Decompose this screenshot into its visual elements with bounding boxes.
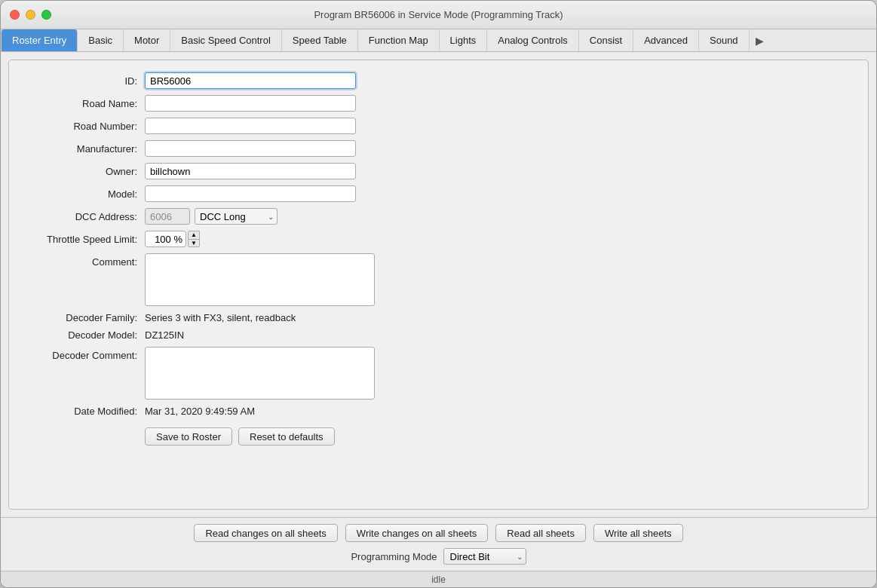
- save-to-roster-button[interactable]: Save to Roster: [145, 427, 232, 446]
- comment-row: Comment:: [24, 253, 853, 306]
- read-changes-all-sheets-button[interactable]: Read changes on all sheets: [194, 524, 337, 542]
- decoder-comment-row: Decoder Comment:: [24, 347, 853, 400]
- model-row: Model:: [24, 185, 853, 202]
- tab-lights[interactable]: Lights: [440, 29, 488, 51]
- throttle-spinner-down[interactable]: ▼: [188, 239, 200, 247]
- tab-function-map[interactable]: Function Map: [358, 29, 440, 51]
- action-buttons-row: Save to Roster Reset to defaults: [24, 423, 853, 446]
- decoder-comment-textarea[interactable]: [145, 347, 375, 400]
- throttle-speed-row: Throttle Speed Limit: ▲ ▼: [24, 231, 853, 247]
- programming-mode-row: Programming Mode Direct Bit Paged Mode D…: [351, 548, 526, 565]
- id-row: ID:: [24, 72, 853, 89]
- programming-mode-label: Programming Mode: [351, 551, 437, 562]
- decoder-family-label: Decoder Family:: [24, 312, 145, 323]
- tab-speed-table[interactable]: Speed Table: [282, 29, 358, 51]
- dcc-address-row: DCC Address: DCC Long DCC Short ⌄: [24, 208, 853, 225]
- date-modified-row: Date Modified: Mar 31, 2020 9:49:59 AM: [24, 406, 853, 417]
- dcc-type-select-wrap: DCC Long DCC Short ⌄: [195, 208, 278, 225]
- traffic-lights: [10, 10, 51, 20]
- action-buttons: Save to Roster Reset to defaults: [145, 427, 335, 446]
- tab-sound[interactable]: Sound: [699, 29, 750, 51]
- tab-basic-speed-control[interactable]: Basic Speed Control: [170, 29, 282, 51]
- programming-mode-select-wrap: Direct Bit Paged Mode Direct Byte Addres…: [443, 548, 526, 565]
- write-changes-all-sheets-button[interactable]: Write changes on all sheets: [345, 524, 488, 542]
- manufacturer-row: Manufacturer:: [24, 140, 853, 157]
- model-input[interactable]: [145, 185, 356, 202]
- tab-analog-controls[interactable]: Analog Controls: [487, 29, 579, 51]
- dcc-address-label: DCC Address:: [24, 211, 145, 222]
- titlebar: Program BR56006 in Service Mode (Program…: [1, 1, 876, 29]
- owner-input[interactable]: [145, 163, 356, 179]
- main-window: Program BR56006 in Service Mode (Program…: [0, 0, 877, 588]
- tabs-more-button[interactable]: ▶: [750, 29, 771, 51]
- manufacturer-input[interactable]: [145, 140, 356, 157]
- decoder-model-label: Decoder Model:: [24, 329, 145, 341]
- comment-label: Comment:: [24, 253, 145, 268]
- owner-label: Owner:: [24, 166, 145, 177]
- minimize-button[interactable]: [26, 10, 35, 20]
- throttle-spinner-up[interactable]: ▲: [188, 231, 200, 239]
- decoder-family-value: Series 3 with FX3, silent, readback: [145, 312, 296, 323]
- tab-consist[interactable]: Consist: [579, 29, 633, 51]
- road-number-row: Road Number:: [24, 118, 853, 134]
- throttle-speed-controls: ▲ ▼: [145, 231, 200, 247]
- reset-to-defaults-button[interactable]: Reset to defaults: [238, 427, 335, 446]
- id-input[interactable]: [145, 72, 356, 89]
- manufacturer-label: Manufacturer:: [24, 143, 145, 155]
- road-number-label: Road Number:: [24, 121, 145, 132]
- bottom-buttons: Read changes on all sheets Write changes…: [194, 524, 682, 542]
- tab-basic[interactable]: Basic: [78, 29, 124, 51]
- content-area: ID: Road Name: Road Number: Manufacturer…: [1, 52, 876, 517]
- decoder-model-value: DZ125IN: [145, 329, 184, 341]
- dcc-address-controls: DCC Long DCC Short ⌄: [145, 208, 278, 225]
- decoder-model-row: Decoder Model: DZ125IN: [24, 329, 853, 341]
- throttle-speed-input[interactable]: [145, 231, 186, 247]
- status-text: idle: [431, 574, 446, 585]
- id-label: ID:: [24, 75, 145, 87]
- form-panel: ID: Road Name: Road Number: Manufacturer…: [8, 60, 869, 510]
- throttle-spinner: ▲ ▼: [188, 231, 200, 247]
- dcc-type-select[interactable]: DCC Long DCC Short: [195, 208, 278, 225]
- owner-row: Owner:: [24, 163, 853, 179]
- read-all-sheets-button[interactable]: Read all sheets: [495, 524, 586, 542]
- tab-advanced[interactable]: Advanced: [633, 29, 699, 51]
- date-modified-value: Mar 31, 2020 9:49:59 AM: [145, 406, 255, 417]
- road-name-input[interactable]: [145, 95, 356, 112]
- model-label: Model:: [24, 188, 145, 200]
- status-bar: idle: [1, 571, 876, 587]
- decoder-comment-label: Decoder Comment:: [24, 347, 145, 361]
- bottom-bar: Read changes on all sheets Write changes…: [1, 517, 876, 571]
- window-title: Program BR56006 in Service Mode (Program…: [314, 9, 563, 20]
- tabs-bar: Roster Entry Basic Motor Basic Speed Con…: [1, 29, 876, 52]
- programming-mode-select[interactable]: Direct Bit Paged Mode Direct Byte Addres…: [443, 548, 526, 565]
- throttle-speed-label: Throttle Speed Limit:: [24, 234, 145, 245]
- maximize-button[interactable]: [41, 10, 51, 20]
- road-name-label: Road Name:: [24, 98, 145, 109]
- tab-roster-entry[interactable]: Roster Entry: [1, 29, 78, 51]
- comment-textarea[interactable]: [145, 253, 375, 306]
- tab-motor[interactable]: Motor: [124, 29, 170, 51]
- close-button[interactable]: [10, 10, 20, 20]
- road-name-row: Road Name:: [24, 95, 853, 112]
- road-number-input[interactable]: [145, 118, 356, 134]
- write-all-sheets-button[interactable]: Write all sheets: [593, 524, 683, 542]
- dcc-address-input[interactable]: [145, 208, 190, 225]
- decoder-family-row: Decoder Family: Series 3 with FX3, silen…: [24, 312, 853, 323]
- date-modified-label: Date Modified:: [24, 406, 145, 417]
